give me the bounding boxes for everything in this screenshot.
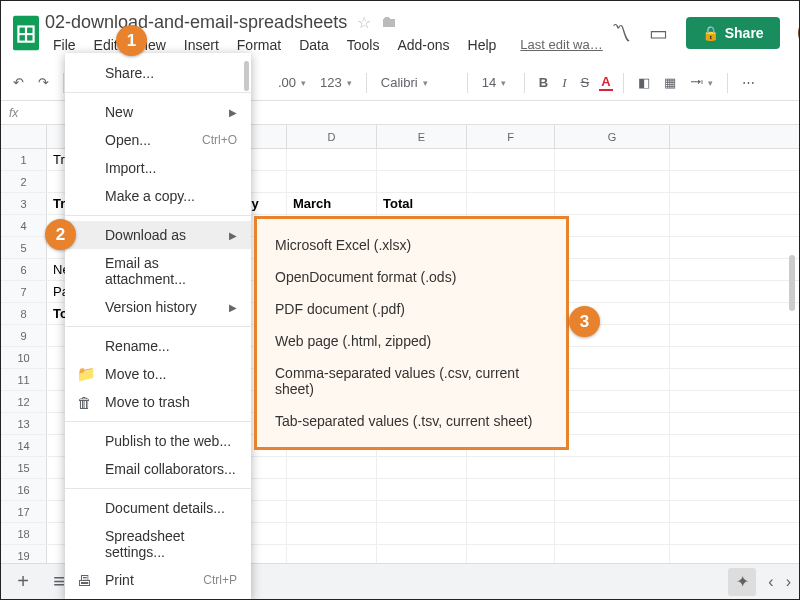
menu-item[interactable]: Open...Ctrl+O: [65, 126, 251, 154]
cell[interactable]: [467, 457, 555, 478]
col-header-g[interactable]: G: [555, 125, 670, 148]
row-header[interactable]: 7: [1, 281, 47, 302]
cell[interactable]: March: [287, 193, 377, 214]
menu-item[interactable]: 🖶PrintCtrl+P: [65, 566, 251, 594]
menu-item[interactable]: Publish to the web...: [65, 427, 251, 455]
row-header[interactable]: 11: [1, 369, 47, 390]
cell[interactable]: [555, 435, 670, 456]
menu-item[interactable]: Document details...: [65, 494, 251, 522]
cell[interactable]: [467, 545, 555, 563]
menu-item[interactable]: Import...: [65, 154, 251, 182]
cell[interactable]: [555, 413, 670, 434]
cell[interactable]: [287, 479, 377, 500]
menu-tools[interactable]: Tools: [339, 35, 388, 55]
row-header[interactable]: 10: [1, 347, 47, 368]
menu-item[interactable]: Version history▶: [65, 293, 251, 321]
row-header[interactable]: 5: [1, 237, 47, 258]
share-button[interactable]: 🔒 Share: [686, 17, 780, 49]
cell[interactable]: [555, 215, 670, 236]
submenu-item[interactable]: Microsoft Excel (.xlsx): [257, 229, 566, 261]
more-toolbar[interactable]: ⋯: [738, 73, 759, 92]
cell[interactable]: [555, 369, 670, 390]
menu-item[interactable]: Download as▶: [65, 221, 251, 249]
menu-item[interactable]: Rename...: [65, 332, 251, 360]
cell[interactable]: [555, 193, 670, 214]
cell[interactable]: [555, 237, 670, 258]
submenu-item[interactable]: PDF document (.pdf): [257, 293, 566, 325]
row-header[interactable]: 16: [1, 479, 47, 500]
menu-format[interactable]: Format: [229, 35, 289, 55]
sheets-logo[interactable]: [13, 9, 39, 57]
row-header[interactable]: 2: [1, 171, 47, 192]
col-header-e[interactable]: E: [377, 125, 467, 148]
menu-item[interactable]: Share...: [65, 59, 251, 87]
move-folder-icon[interactable]: 🖿: [381, 13, 397, 31]
star-icon[interactable]: ☆: [357, 13, 371, 32]
strike-button[interactable]: S: [577, 73, 594, 92]
cell[interactable]: [555, 523, 670, 544]
cell[interactable]: [467, 171, 555, 192]
bold-button[interactable]: B: [535, 73, 552, 92]
menu-item[interactable]: 📁Move to...: [65, 360, 251, 388]
fill-color-button[interactable]: ◧: [634, 73, 654, 92]
menu-file[interactable]: File: [45, 35, 84, 55]
cell[interactable]: [555, 391, 670, 412]
col-header-f[interactable]: F: [467, 125, 555, 148]
cell[interactable]: [287, 501, 377, 522]
font-size[interactable]: 14: [478, 73, 514, 92]
comments-icon[interactable]: ▭: [649, 21, 668, 45]
redo-button[interactable]: ↷: [34, 73, 53, 92]
vertical-scrollbar[interactable]: [789, 255, 795, 311]
menu-addons[interactable]: Add-ons: [389, 35, 457, 55]
menu-item[interactable]: Email as attachment...: [65, 249, 251, 293]
borders-button[interactable]: ▦: [660, 73, 680, 92]
menu-item[interactable]: Make a copy...: [65, 182, 251, 210]
menu-item[interactable]: Spreadsheet settings...: [65, 522, 251, 566]
row-header[interactable]: 9: [1, 325, 47, 346]
row-header[interactable]: 6: [1, 259, 47, 280]
row-header[interactable]: 1: [1, 149, 47, 170]
submenu-item[interactable]: Tab-separated values (.tsv, current shee…: [257, 405, 566, 437]
cell[interactable]: [287, 149, 377, 170]
col-header-d[interactable]: D: [287, 125, 377, 148]
menu-insert[interactable]: Insert: [176, 35, 227, 55]
cell[interactable]: [555, 457, 670, 478]
cell[interactable]: [467, 193, 555, 214]
font-family[interactable]: Calibri: [377, 73, 457, 92]
submenu-item[interactable]: Comma-separated values (.csv, current sh…: [257, 357, 566, 405]
cell[interactable]: [377, 479, 467, 500]
row-header[interactable]: 15: [1, 457, 47, 478]
cell[interactable]: [555, 281, 670, 302]
cell[interactable]: [555, 347, 670, 368]
cell[interactable]: [555, 149, 670, 170]
text-color-button[interactable]: A: [599, 74, 612, 91]
cell[interactable]: [377, 171, 467, 192]
row-header[interactable]: 19: [1, 545, 47, 563]
cell[interactable]: [555, 545, 670, 563]
last-edit-link[interactable]: Last edit wa…: [512, 35, 610, 55]
submenu-item[interactable]: OpenDocument format (.ods): [257, 261, 566, 293]
row-header[interactable]: 14: [1, 435, 47, 456]
document-title[interactable]: 02-download-and-email-spreadsheets: [45, 12, 347, 33]
menu-item[interactable]: New▶: [65, 98, 251, 126]
row-header[interactable]: 13: [1, 413, 47, 434]
menu-item[interactable]: Email collaborators...: [65, 455, 251, 483]
cell[interactable]: [377, 545, 467, 563]
italic-button[interactable]: I: [558, 73, 570, 93]
row-header[interactable]: 17: [1, 501, 47, 522]
undo-button[interactable]: ↶: [9, 73, 28, 92]
cell[interactable]: [555, 501, 670, 522]
hscroll-right[interactable]: ›: [786, 573, 791, 591]
select-all-corner[interactable]: [1, 125, 47, 148]
hscroll-left[interactable]: ‹: [768, 573, 773, 591]
cell[interactable]: [377, 457, 467, 478]
number-format[interactable]: 123: [316, 73, 356, 92]
cell[interactable]: [467, 149, 555, 170]
decimal-format[interactable]: .00: [274, 73, 310, 92]
cell[interactable]: [467, 479, 555, 500]
row-header[interactable]: 18: [1, 523, 47, 544]
cell[interactable]: [555, 171, 670, 192]
cell[interactable]: [467, 501, 555, 522]
cell[interactable]: [287, 545, 377, 563]
activity-icon[interactable]: 〽: [611, 22, 631, 45]
